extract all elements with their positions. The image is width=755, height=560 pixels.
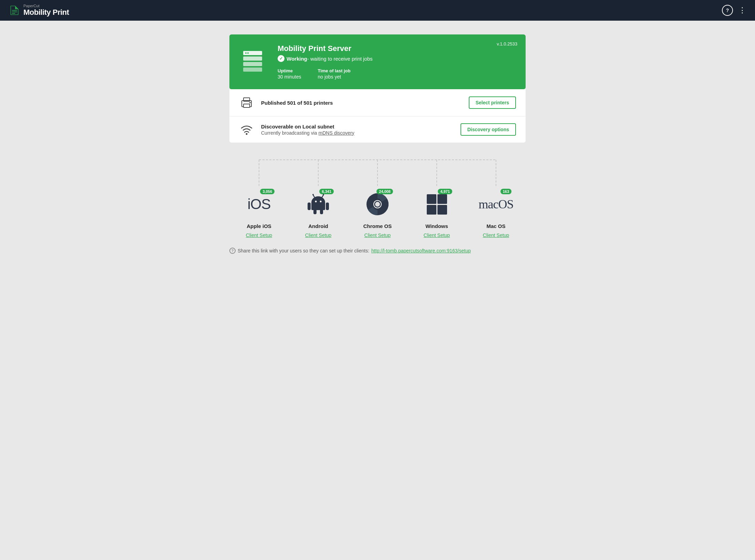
header-actions: ? ⋮: [722, 5, 747, 16]
os-grid: 3,056 iOS Apple iOS Client Setup 6,341: [229, 189, 526, 238]
server-status-card: Mobility Print Server Working- waiting t…: [229, 34, 526, 89]
macos-name: Mac OS: [486, 223, 505, 229]
product-name: Mobility Print: [23, 8, 69, 17]
wifi-icon: [239, 123, 254, 136]
svg-rect-41: [437, 205, 447, 215]
main-content: Mobility Print Server Working- waiting t…: [223, 21, 532, 268]
windows-name: Windows: [425, 223, 448, 229]
discovery-title: Discoverable on Local subnet: [261, 124, 454, 129]
last-job-label: Time of last job: [318, 68, 350, 73]
papercut-logo-icon: [8, 4, 21, 17]
select-printers-button[interactable]: Select printers: [469, 96, 516, 109]
logo-area: PaperCut Mobility Print: [8, 4, 69, 17]
android-badge: 6,341: [319, 189, 334, 194]
macos-client-setup-link[interactable]: Client Setup: [483, 232, 509, 238]
mdns-link[interactable]: mDNS discovery: [319, 130, 354, 136]
discovery-options-button[interactable]: Discovery options: [461, 123, 516, 136]
svg-rect-8: [243, 56, 262, 61]
svg-point-6: [245, 52, 247, 54]
logo-text-area: PaperCut Mobility Print: [23, 4, 69, 17]
status-working-label: Working: [287, 56, 307, 62]
svg-rect-39: [437, 194, 447, 204]
windows-badge: 4,971: [438, 189, 452, 194]
svg-rect-13: [244, 104, 250, 107]
os-section: 3,056 iOS Apple iOS Client Setup 6,341: [229, 156, 526, 254]
chrome-icon: [365, 192, 390, 216]
app-header: PaperCut Mobility Print ? ⋮: [0, 0, 755, 21]
status-description: - waiting to receive print jobs: [307, 56, 373, 62]
chrome-badge: 24,008: [376, 189, 393, 194]
windows-client-setup-link[interactable]: Client Setup: [424, 232, 450, 238]
discovery-subtitle: Currently broadcasting via mDNS discover…: [261, 130, 454, 136]
connector-diagram: [229, 156, 526, 189]
svg-point-29: [320, 201, 322, 203]
svg-point-37: [375, 202, 380, 207]
svg-line-25: [322, 195, 323, 198]
last-job-stat: Time of last job no jobs yet: [318, 68, 350, 80]
svg-point-7: [247, 52, 249, 54]
help-button[interactable]: ?: [722, 5, 733, 16]
android-client-setup-link[interactable]: Client Setup: [305, 232, 331, 238]
chrome-client-setup-link[interactable]: Client Setup: [364, 232, 391, 238]
windows-icon: [426, 193, 448, 216]
svg-rect-23: [311, 203, 325, 210]
server-info: Mobility Print Server Working- waiting t…: [278, 44, 515, 80]
share-text: Share this link with your users so they …: [238, 248, 369, 253]
os-item-chrome: 24,008 Chrome OS Client Setup: [348, 189, 407, 238]
ios-client-setup-link[interactable]: Client Setup: [246, 232, 272, 238]
svg-rect-33: [320, 209, 323, 214]
svg-point-26: [312, 194, 314, 195]
discovery-text: Discoverable on Local subnet Currently b…: [261, 124, 454, 136]
ios-badge: 3,056: [260, 189, 275, 194]
uptime-stat: Uptime 30 minutes: [278, 68, 301, 80]
svg-point-14: [249, 102, 251, 103]
svg-rect-30: [308, 203, 311, 210]
macos-icon-wrap: 163 macOS: [480, 189, 511, 220]
status-check-icon: [278, 55, 285, 62]
printers-title: Published 501 of 501 printers: [261, 100, 462, 106]
android-icon: [306, 192, 330, 216]
svg-rect-40: [427, 205, 436, 215]
share-link-section: ? Share this link with your users so the…: [229, 248, 526, 254]
svg-line-24: [313, 195, 315, 198]
printer-icon: [239, 96, 254, 109]
svg-point-15: [246, 133, 248, 135]
discovery-panel: Discoverable on Local subnet Currently b…: [229, 116, 526, 143]
discovery-action: Discovery options: [461, 123, 516, 136]
macos-badge: 163: [500, 189, 511, 194]
printers-action: Select printers: [469, 96, 516, 109]
svg-rect-31: [326, 203, 329, 210]
os-item-windows: 4,971 Windows Client Setup: [407, 189, 466, 238]
more-menu-button[interactable]: ⋮: [738, 6, 747, 15]
os-item-ios: 3,056 iOS Apple iOS Client Setup: [229, 189, 289, 238]
svg-rect-38: [427, 194, 436, 204]
server-status: Working- waiting to receive print jobs: [278, 55, 515, 62]
ios-icon: iOS: [247, 197, 270, 211]
android-icon-wrap: 6,341: [303, 189, 334, 220]
svg-point-28: [315, 201, 317, 203]
share-info-icon: ?: [229, 248, 236, 254]
os-item-macos: 163 macOS Mac OS Client Setup: [466, 189, 526, 238]
svg-rect-32: [313, 209, 317, 214]
printers-text: Published 501 of 501 printers: [261, 100, 462, 106]
brand-name: PaperCut: [23, 4, 69, 8]
android-name: Android: [308, 223, 328, 229]
info-panels: Published 501 of 501 printers Select pri…: [229, 89, 526, 143]
server-icon: [240, 48, 268, 76]
server-title: Mobility Print Server: [278, 44, 515, 53]
svg-rect-9: [243, 62, 262, 66]
server-stats: Uptime 30 minutes Time of last job no jo…: [278, 68, 515, 80]
windows-icon-wrap: 4,971: [421, 189, 452, 220]
ios-name: Apple iOS: [247, 223, 271, 229]
uptime-label: Uptime: [278, 68, 301, 73]
chrome-icon-wrap: 24,008: [362, 189, 393, 220]
printers-panel: Published 501 of 501 printers Select pri…: [229, 89, 526, 116]
svg-rect-10: [243, 68, 262, 72]
uptime-value: 30 minutes: [278, 74, 301, 80]
last-job-value: no jobs yet: [318, 74, 350, 80]
server-version: v.1.0.2533: [497, 41, 517, 46]
share-url[interactable]: http://l-tomb.papercutsoftware.com:9163/…: [371, 248, 471, 253]
os-item-android: 6,341: [289, 189, 348, 238]
chrome-name: Chrome OS: [363, 223, 392, 229]
ios-icon-wrap: 3,056 iOS: [244, 189, 275, 220]
